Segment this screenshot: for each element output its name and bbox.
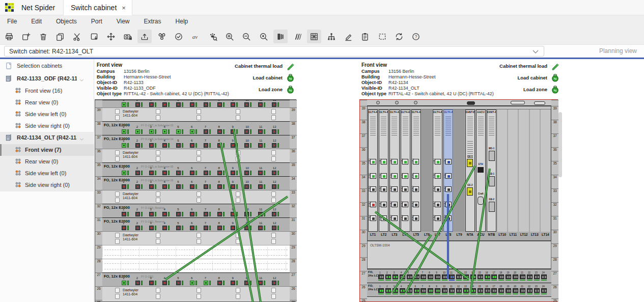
connector-gb-2[interactable] bbox=[489, 202, 495, 212]
slot-lt1[interactable]: GLT4-ACON1PON1PON2PON3PON4 bbox=[368, 109, 378, 232]
lc-port-3[interactable]: 3 bbox=[393, 271, 399, 281]
lc-port-1[interactable]: 1 bbox=[378, 285, 385, 294]
connector-con1[interactable] bbox=[370, 159, 376, 164]
e2000-connector[interactable] bbox=[122, 281, 126, 285]
card-glt4-a[interactable]: GLT4-ACON1PON1PON2PON3PON4 bbox=[411, 109, 421, 232]
fo-port-4[interactable]: 4 bbox=[161, 277, 174, 286]
lc-port-10[interactable]: 10 bbox=[442, 285, 449, 294]
fo-port-5[interactable]: 5 bbox=[175, 125, 187, 135]
e2000-connector[interactable] bbox=[272, 281, 276, 285]
fo-port-8[interactable]: 8 bbox=[216, 180, 229, 190]
toolbar-help-button[interactable]: ? bbox=[409, 30, 423, 43]
fo-port-9[interactable]: 9 bbox=[230, 222, 242, 231]
fo-port-1[interactable]: 1 bbox=[121, 208, 133, 217]
fo-port-2[interactable]: 2 bbox=[134, 125, 147, 135]
fo-port-2[interactable]: 2 bbox=[134, 180, 147, 190]
lc-port-22[interactable]: 22 bbox=[527, 271, 534, 281]
e2000-connector[interactable] bbox=[272, 171, 276, 175]
lc-connector[interactable] bbox=[498, 288, 504, 293]
fo-port-7[interactable]: 7 bbox=[203, 208, 215, 217]
e2000-connector[interactable] bbox=[244, 129, 249, 134]
e2000-connector[interactable] bbox=[162, 143, 167, 148]
toolbar-cabinet-view-button[interactable] bbox=[273, 30, 288, 43]
e2000-connector[interactable] bbox=[135, 281, 140, 285]
sidebar-view-item-1-3[interactable]: Side view right (0) bbox=[0, 179, 94, 191]
fo-port-10[interactable]: 10 bbox=[243, 100, 256, 107]
lc-port-20[interactable]: 20 bbox=[513, 285, 519, 294]
connector-pon4[interactable] bbox=[413, 215, 419, 221]
e2000-connector[interactable] bbox=[217, 184, 222, 189]
fo-port-1[interactable]: 1 bbox=[121, 180, 133, 190]
toolbar-zoom-out-button[interactable] bbox=[239, 30, 254, 43]
weight-icon[interactable]: kg bbox=[286, 85, 295, 96]
fo-port-5[interactable]: 5 bbox=[175, 100, 187, 107]
e2000-connector[interactable] bbox=[244, 171, 249, 175]
lc-connector[interactable] bbox=[385, 274, 391, 279]
e2000-connector[interactable] bbox=[231, 171, 235, 175]
connector-con1[interactable] bbox=[445, 159, 452, 164]
sidebar-view-item-1-0[interactable]: Front view (7) bbox=[0, 144, 94, 156]
slot-nta[interactable]: EHNT-BGE-1GE-2 bbox=[465, 109, 475, 232]
cable-management-panel[interactable]: Daetwyler 1411-604 bbox=[102, 107, 290, 121]
fo-port-4[interactable]: 4 bbox=[161, 208, 174, 217]
fo-port-8[interactable]: 8 bbox=[216, 277, 229, 286]
sidebar-view-item-0-2[interactable]: Side view left (0) bbox=[0, 108, 94, 120]
lc-port-6[interactable]: 6 bbox=[414, 285, 421, 294]
e2000-connector[interactable] bbox=[149, 281, 154, 285]
e2000-connector[interactable] bbox=[204, 129, 208, 134]
fo-port-6[interactable]: 6 bbox=[189, 100, 201, 107]
lc-port-12[interactable]: 12 bbox=[456, 285, 463, 294]
oltsm-shelf[interactable]: OLTSM-1004 bbox=[367, 241, 551, 269]
lc-port-2[interactable]: 2 bbox=[385, 271, 392, 281]
e2000-connector[interactable] bbox=[135, 102, 140, 107]
fo-port-3[interactable]: 3 bbox=[148, 222, 160, 231]
lc-connector[interactable] bbox=[541, 274, 547, 279]
toolbar-verify-button[interactable] bbox=[172, 30, 186, 43]
fo-port-9[interactable]: 9 bbox=[230, 100, 242, 107]
toolbar-print-button[interactable] bbox=[2, 30, 16, 43]
toolbar-paste-button[interactable] bbox=[87, 30, 101, 43]
slot-lt7[interactable]: GLT4-ACON1PON1PON2PON3PON4 bbox=[432, 109, 443, 232]
fo-port-2[interactable]: 2 bbox=[134, 277, 147, 286]
fo-port-5[interactable]: 5 bbox=[175, 167, 187, 176]
menu-view[interactable]: View bbox=[109, 15, 137, 28]
fo-24lc-panel[interactable]: FO, 24x LC123456789101112131415161718192… bbox=[367, 283, 551, 296]
lc-port-11[interactable]: 11 bbox=[449, 285, 456, 294]
lc-connector[interactable] bbox=[527, 288, 533, 293]
fo-port-3[interactable]: 3 bbox=[148, 180, 160, 190]
fo-port-1[interactable]: 1 bbox=[121, 277, 133, 286]
connector-pon1[interactable] bbox=[435, 173, 441, 179]
fo-port-12[interactable]: 12 bbox=[271, 208, 283, 217]
e2000-connector[interactable] bbox=[162, 184, 167, 189]
connector-con1[interactable] bbox=[435, 159, 441, 164]
fo-port-6[interactable]: 6 bbox=[189, 167, 201, 176]
lc-port-7[interactable]: 7 bbox=[421, 285, 427, 294]
lc-port-14[interactable]: 14 bbox=[470, 285, 477, 294]
lc-connector[interactable] bbox=[442, 274, 447, 279]
pencil-icon[interactable] bbox=[286, 62, 295, 72]
e2000-connector[interactable] bbox=[217, 212, 222, 216]
e2000-connector[interactable] bbox=[149, 226, 154, 230]
lc-connector[interactable] bbox=[463, 274, 469, 279]
e2000-connector[interactable] bbox=[190, 171, 194, 175]
vertical-scrollbar[interactable] bbox=[558, 112, 562, 177]
connector-pon4[interactable] bbox=[391, 215, 398, 221]
fo-port-7[interactable]: 7 bbox=[203, 100, 215, 107]
fo-port-2[interactable]: 2 bbox=[134, 167, 147, 176]
toolbar-export-button[interactable] bbox=[137, 30, 152, 43]
lc-port-12[interactable]: 12 bbox=[456, 271, 463, 281]
fo-port-3[interactable]: 3 bbox=[148, 100, 160, 107]
card-glt4-a[interactable]: GLT4-ACON1PON1PON2PON3PON4 bbox=[401, 109, 410, 232]
connector-ge-2[interactable] bbox=[467, 187, 473, 196]
fo-port-11[interactable]: 11 bbox=[257, 208, 269, 217]
e2000-connector[interactable] bbox=[258, 212, 263, 216]
lc-port-10[interactable]: 10 bbox=[442, 271, 449, 281]
fo-port-6[interactable]: 6 bbox=[189, 222, 201, 231]
fo-port-12[interactable]: 12 bbox=[271, 222, 283, 231]
lc-port-20[interactable]: 20 bbox=[513, 271, 519, 281]
lc-connector[interactable] bbox=[534, 288, 540, 293]
lc-port-1[interactable]: 1 bbox=[378, 271, 385, 281]
e2000-connector[interactable] bbox=[122, 143, 126, 148]
connector-pon3[interactable] bbox=[391, 202, 398, 207]
e2000-connector[interactable] bbox=[135, 184, 140, 189]
